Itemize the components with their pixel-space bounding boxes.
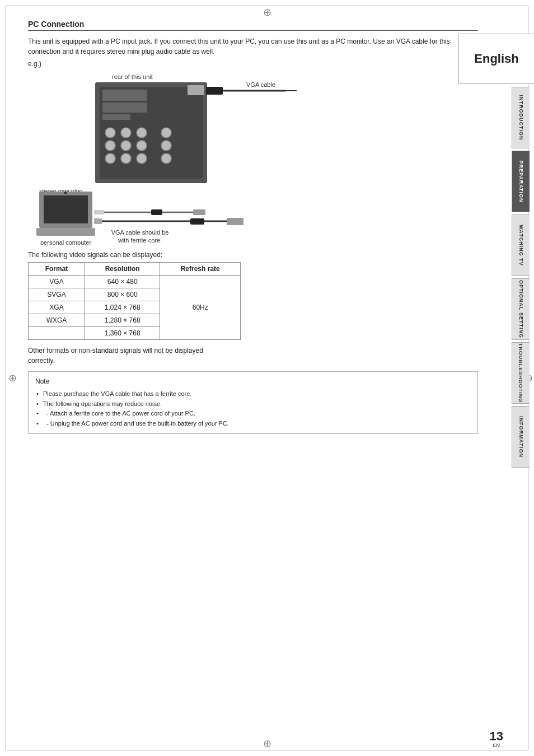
table-cell-resolution: 1,360 × 768 (85, 327, 160, 340)
pc-label: personal computer (40, 239, 91, 245)
ferrite-1 (206, 87, 223, 95)
eg-label: e.g.) (28, 60, 478, 68)
connector-8 (121, 153, 131, 164)
sidebar-label-optional-setting: OPTIONAL SETTING (518, 280, 524, 338)
page-number-sub: EN (490, 743, 503, 748)
signal-table: Format Resolution Refresh rate VGA640 × … (28, 262, 241, 340)
note-title: Note (35, 376, 471, 387)
vga-ferrite-note-2: with ferrite core. (118, 237, 162, 244)
ferrite-stereo (151, 209, 162, 215)
connector-9 (137, 153, 147, 164)
sidebar-tabs: INTRODUCTION PREPARATION WATCHING TV OPT… (512, 87, 534, 470)
table-cell-resolution: 1,024 × 768 (85, 301, 160, 314)
laptop-camera (64, 192, 67, 194)
note-item: Please purchase the VGA cable that has a… (35, 389, 471, 399)
diagram-container: rear of this unit (28, 71, 478, 246)
table-cell-resolution: 1,280 × 768 (85, 314, 160, 327)
sidebar-label-preparation: PREPARATION (518, 160, 524, 202)
dsub-port (188, 85, 204, 95)
stereo-plug (94, 210, 104, 214)
sidebar-item-introduction[interactable]: INTRODUCTION (512, 87, 530, 148)
sidebar-item-watching-tv[interactable]: WATCHING TV (512, 214, 530, 276)
sidebar-item-preparation[interactable]: PREPARATION (512, 151, 530, 212)
vga-cable-text-label: VGA cable (246, 81, 275, 88)
table-cell-format (29, 327, 85, 340)
table-cell-format: WXGA (29, 314, 85, 327)
note-item: The following operations may reduce nois… (35, 399, 471, 409)
note-item: - Attach a ferrite core to the AC power … (35, 409, 471, 419)
table-cell-resolution: 640 × 480 (85, 276, 160, 288)
ferrite-vga (190, 218, 204, 225)
sidebar-label-introduction: INTRODUCTION (518, 95, 524, 141)
connector-3 (137, 128, 147, 138)
sidebar-item-troubleshooting[interactable]: TROUBLESHOOTING (512, 342, 530, 404)
note-item: - Unplug the AC power cord and use the b… (35, 419, 471, 429)
other-formats-text: Other formats or non-standard signals wi… (28, 346, 478, 366)
connector-4 (105, 141, 115, 151)
connector-2 (121, 128, 131, 138)
note-list: Please purchase the VGA cable that has a… (35, 389, 471, 428)
sidebar-label-information: INFORMATION (518, 416, 524, 458)
vga-ferrite-note-1: VGA cable should be (111, 229, 169, 236)
note-box: Note Please purchase the VGA cable that … (28, 371, 478, 434)
section-title: PC Connection (28, 20, 84, 29)
sidebar-item-optional-setting[interactable]: OPTIONAL SETTING (512, 278, 530, 340)
table-cell-resolution: 800 × 600 (85, 288, 160, 301)
vga-tv-connector (227, 218, 243, 225)
sidebar-item-information[interactable]: INFORMATION (512, 406, 530, 468)
port-label-1 (102, 90, 147, 101)
port-label-3 (102, 114, 130, 120)
page-number: 13 (490, 730, 503, 743)
sidebar-label-watching-tv: WATCHING TV (518, 225, 524, 265)
connector-5 (121, 141, 131, 151)
table-cell-format: XGA (29, 301, 85, 314)
laptop-screen (44, 195, 88, 223)
laptop-base (36, 228, 95, 236)
connector-7 (105, 153, 115, 164)
connector-r3 (161, 153, 171, 164)
intro-text: This unit is equipped with a PC input ja… (28, 36, 478, 57)
section-title-block: PC Connection (28, 20, 478, 31)
main-content: PC Connection This unit is equipped with… (0, 0, 500, 756)
connector-r1 (161, 128, 171, 138)
connector-r2 (161, 141, 171, 151)
table-header-refresh: Refresh rate (160, 263, 241, 276)
rear-label: rear of this unit (112, 73, 153, 80)
diagram-svg: rear of this unit (28, 71, 319, 245)
page-number-block: 13 EN (490, 730, 503, 748)
vga-plug-pc (94, 218, 102, 224)
connector-1 (105, 128, 115, 138)
table-cell-format: VGA (29, 276, 85, 288)
connector-6 (137, 141, 147, 151)
table-cell-format: SVGA (29, 288, 85, 301)
signals-text: The following video signals can be displ… (28, 251, 478, 259)
table-header-format: Format (29, 263, 85, 276)
table-cell-refresh: 60Hz (160, 276, 241, 340)
sidebar-label-troubleshooting: TROUBLESHOOTING (518, 343, 524, 403)
table-header-resolution: Resolution (85, 263, 160, 276)
port-label-2 (102, 102, 147, 113)
stereo-tv-connector (193, 209, 205, 215)
